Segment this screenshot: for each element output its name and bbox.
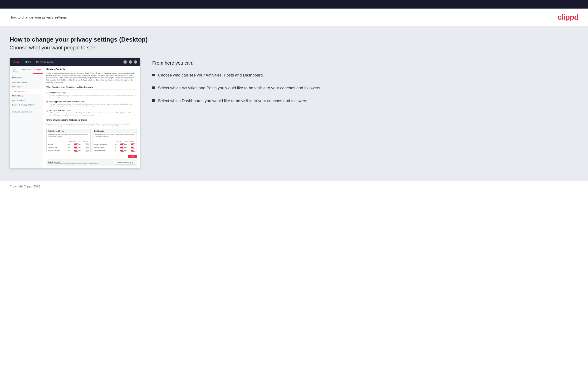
mock-sidebar-help[interactable]: Help & Support ↗ <box>10 98 43 103</box>
mock-what-to-work-row: What To Work On ON ON <box>93 149 137 152</box>
mock-tables-row: Activities and Posts Select the types of… <box>46 129 137 152</box>
mock-privacy-title: Privacy Controls <box>46 68 137 71</box>
mock-logo: clippd <box>13 61 20 63</box>
mock-search-icon <box>123 60 127 64</box>
mock-manual-row: Manual Activities ON ON <box>47 149 90 152</box>
mock-what-coaches-toggle[interactable]: ON <box>114 150 124 151</box>
mock-practice-followers-toggle[interactable]: ON <box>78 147 89 149</box>
mock-nav-performance: My Performance <box>36 61 53 63</box>
mock-round-followers-toggle[interactable]: ON <box>124 147 135 149</box>
mock-help-desc: Visit our Clippd community to troublesho… <box>48 163 98 164</box>
mock-sidebar-tabs: My Profile Connections Settings <box>10 68 43 74</box>
bullet-icon-1 <box>152 74 155 76</box>
mock-practice-row: Practice Drills ON ON <box>47 146 90 149</box>
bullet-text-1: Choose who can see your Activities, Post… <box>158 72 264 78</box>
mock-main-area: Privacy Controls Control how you and you… <box>43 66 140 168</box>
mock-notification-icon <box>129 60 132 64</box>
mock-nav-home: Home <box>25 61 31 63</box>
mock-round-coaches-toggle[interactable]: ON <box>114 147 124 149</box>
mock-sidebar-account[interactable]: My Account › <box>10 75 43 80</box>
mock-radio-everyone-btn[interactable] <box>46 92 48 94</box>
mock-user-icon <box>134 60 137 64</box>
mock-radio-only-you-btn[interactable] <box>46 110 48 112</box>
bullet-text-2: Select which Activities and Posts you wo… <box>158 85 321 91</box>
mock-radio-followers[interactable]: Only Approved Followers and Your Coach O… <box>46 100 137 107</box>
mock-rounds-followers-toggle[interactable]: ON <box>78 143 89 145</box>
mock-help-title: Help & Support <box>48 161 98 163</box>
mock-rounds-coaches-toggle[interactable]: ON <box>68 143 78 145</box>
mock-chevron-subscription: › <box>40 86 40 88</box>
content-layout: clippd Home My Performance My Profile Co… <box>9 58 579 169</box>
mock-sidebar-golf-bag[interactable]: My Golf Bag › <box>10 94 43 98</box>
mock-sidebar-privacy[interactable]: Privacy Controls › <box>10 89 43 94</box>
mock-manual-followers-toggle[interactable]: ON <box>78 150 89 151</box>
mock-player-coaches-toggle[interactable]: ON <box>114 143 124 145</box>
mock-chevron-account: › <box>40 77 40 79</box>
mock-chevron-data: › <box>40 81 40 83</box>
mock-dashboards-subheader: COACHES FOLLOWERS <box>93 140 137 143</box>
mock-round-insights-row: Round Insights ON ON <box>93 146 137 149</box>
mock-visit-button[interactable]: Visit Our Community ↗ <box>115 161 135 165</box>
mock-dashboards-header: Dashboards <box>93 129 137 133</box>
bullet-icon-3 <box>152 99 155 102</box>
page-subheading: Choose what you want people to see <box>9 45 579 51</box>
bullet-item-3: Select which Dashboards you would like t… <box>152 98 579 104</box>
header: How to change your privacy settings clip… <box>0 8 588 26</box>
mock-practice-coaches-toggle[interactable]: ON <box>68 147 78 149</box>
mock-radio-followers-btn[interactable] <box>46 101 48 103</box>
mock-tab-profile[interactable]: My Profile <box>11 68 19 74</box>
screenshot-mockup: clippd Home My Performance My Profile Co… <box>9 58 140 169</box>
mock-what-followers-toggle[interactable]: ON <box>124 150 135 151</box>
mock-activities-subheader: COACHES FOLLOWERS <box>47 140 90 143</box>
mock-save-button[interactable]: Save <box>128 155 137 158</box>
mock-save-row: Save <box>46 154 137 159</box>
mock-sidebar-subscription[interactable]: Subscription › <box>10 84 43 89</box>
mock-who-title: Who Can See Your Activities and Dashboar… <box>46 86 137 90</box>
top-bar <box>0 0 588 8</box>
footer: Copyright Clippd 2022 <box>0 181 588 192</box>
mock-nav-right <box>123 60 137 64</box>
page-heading: How to change your privacy settings (Des… <box>9 36 579 43</box>
mock-sidebar-service[interactable]: Service & Privacy Policy ↗ <box>10 103 43 107</box>
bullet-item-2: Select which Activities and Posts you wo… <box>152 85 579 91</box>
mock-tab-settings[interactable]: Settings <box>33 68 43 74</box>
mock-activities-table: Activities and Posts Select the types of… <box>46 129 91 152</box>
bullet-icon-2 <box>152 86 155 89</box>
mock-player-followers-toggle[interactable]: ON <box>124 143 135 145</box>
footer-text: Copyright Clippd 2022 <box>9 184 40 188</box>
mock-body: My Profile Connections Settings My Accou… <box>10 66 140 168</box>
mock-show-hide-title: Show or hide specific features in Clippd <box>46 119 137 122</box>
mock-manual-coaches-toggle[interactable]: ON <box>68 150 78 151</box>
mock-chevron-privacy: › <box>40 90 40 92</box>
mock-dashboards-desc: Select the types of activity that you'd … <box>93 133 137 138</box>
logo: clippd <box>558 13 579 22</box>
info-panel-title: From here you can: <box>152 60 579 66</box>
mock-dashboards-table: Dashboards Select the types of activity … <box>93 129 137 152</box>
mock-version: Clippd Client Version: 2022.8.2 SQL Serv… <box>10 109 43 114</box>
main-content: How to change your privacy settings (Des… <box>0 26 588 181</box>
mock-sidebar: My Profile Connections Settings My Accou… <box>10 66 43 168</box>
mock-player-dashboard-row: Player Dashboard ON ON <box>93 143 137 146</box>
mock-sidebar-data-integrations[interactable]: Data Integrations › <box>10 80 43 84</box>
mock-radio-everyone[interactable]: Everyone on Clippd Everyone on Clippd ca… <box>46 92 137 98</box>
bullet-item-1: Choose who can see your Activities, Post… <box>152 72 579 78</box>
bullet-text-3: Select which Dashboards you would like t… <box>158 98 308 104</box>
mock-navbar: clippd Home My Performance <box>10 58 140 66</box>
info-panel: From here you can: Choose who can see yo… <box>152 58 579 111</box>
mock-activities-desc: Select the types of activity that you'd … <box>47 133 90 138</box>
mock-chevron-golf: › <box>40 95 40 97</box>
mock-help-section: Help & Support Visit our Clippd communit… <box>46 159 137 166</box>
mock-privacy-desc: Control how you and your data appears to… <box>46 72 137 83</box>
mock-activities-header: Activities and Posts <box>47 129 90 133</box>
header-title: How to change your privacy settings <box>9 15 67 19</box>
mock-radio-only-you[interactable]: Only You and Your Coach Only you and the… <box>46 109 137 116</box>
mock-tab-connections[interactable]: Connections <box>19 68 33 74</box>
mock-rounds-row: Rounds ON ON <box>47 143 90 146</box>
mock-show-hide-desc: Regardless of the privacy controls that … <box>46 123 137 127</box>
